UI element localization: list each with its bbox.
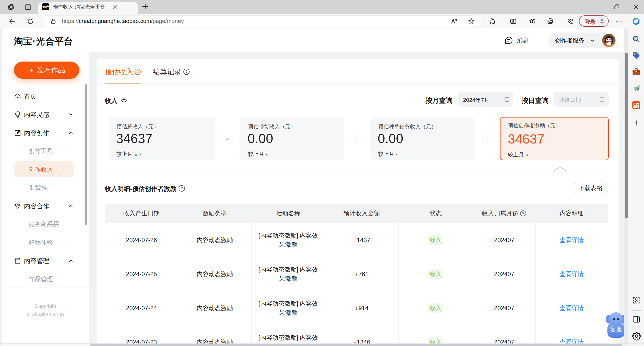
svg-text:客服: 客服 (610, 326, 622, 333)
